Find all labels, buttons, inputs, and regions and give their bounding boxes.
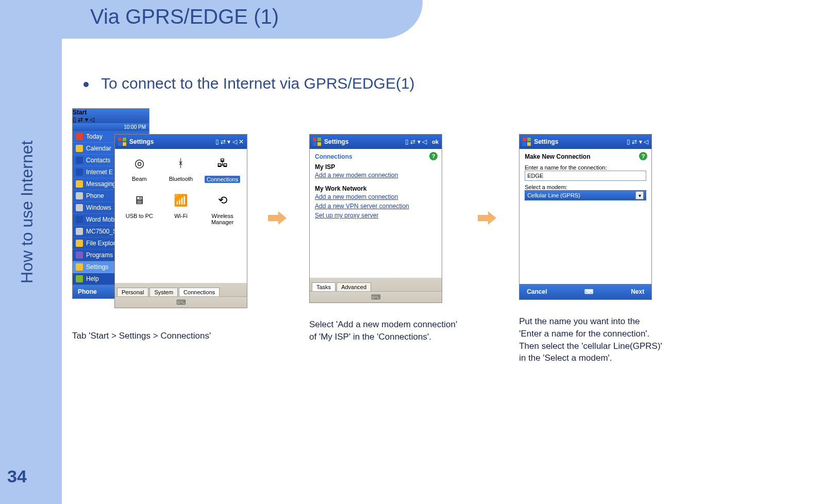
caption-3-line3: Then select the 'cellular Line(GPRS)' — [519, 340, 662, 352]
link-add-modem-isp[interactable]: Add a new modem connection — [315, 171, 437, 180]
app-icon: ◎ — [129, 153, 149, 174]
settings-icon-bluetooth[interactable]: ᚼBluetooth — [162, 153, 200, 183]
arrow-right-icon — [268, 211, 289, 225]
menu-item-icon — [76, 240, 83, 247]
side-title: How to use Internet — [18, 141, 37, 283]
app-label: USB to PC — [126, 213, 153, 219]
menu-item-label: Calendar — [86, 145, 111, 152]
app-label: Wi-Fi — [174, 213, 188, 219]
link-work[interactable]: Add a new VPN server connection — [315, 201, 437, 211]
settings-icon-wireless-manager[interactable]: ⟲Wireless Manager — [203, 190, 242, 225]
menu-item-label: Programs — [86, 251, 113, 259]
menu-item-label: Phone — [86, 192, 104, 199]
link-work[interactable]: Set up my proxy server — [315, 211, 437, 220]
group-my-isp: My ISP — [315, 163, 437, 171]
next-button[interactable]: Next — [631, 288, 644, 295]
status-icons: ▯ ⇄ ▾ ◁ — [73, 116, 149, 123]
bullet-text: To connect to the Internet via GPRS/EDGE… — [101, 75, 415, 92]
window-title: Settings — [129, 138, 154, 145]
menu-item-icon — [76, 216, 83, 223]
keyboard-icon[interactable]: ⌨ — [176, 298, 186, 306]
status-icons: ▯ ⇄ ▾ ◁ — [405, 138, 427, 145]
app-icon: ᚼ — [171, 153, 191, 174]
windows-flag-icon — [313, 138, 321, 146]
screenshot-start-settings: Start ▯ ⇄ ▾ ◁ 10:00 PM TodayCalendarCont… — [72, 108, 247, 314]
settings-icon-usb-to-pc[interactable]: 🖥USB to PC — [120, 190, 159, 225]
windows-flag-icon — [523, 138, 531, 146]
link-work[interactable]: Add a new modem connection — [315, 192, 437, 201]
menu-item-icon — [76, 228, 83, 235]
app-label: Beam — [132, 176, 147, 182]
modem-select-value: Cellular Line (GPRS) — [527, 192, 580, 198]
menu-item-icon — [76, 263, 83, 271]
menu-item-label: Word Mob — [86, 216, 114, 223]
windows-flag-icon — [118, 138, 126, 146]
menu-item-label: Internet E — [86, 169, 113, 176]
caption-2-line1: Select 'Add a new modem connection' — [309, 318, 457, 331]
menu-item-label: Windows — [86, 204, 111, 211]
page-number: 34 — [7, 466, 27, 486]
app-label: Bluetooth — [169, 176, 193, 182]
screenshot-connections: Settings ▯ ⇄ ▾ ◁ ok ? Connections My ISP… — [309, 134, 442, 303]
section-title: Make New Connection — [525, 153, 646, 160]
menu-item-icon — [76, 169, 83, 176]
label-select-modem: Select a modem: — [525, 184, 646, 190]
screenshot-new-connection: Settings ▯ ⇄ ▾ ◁ ? Make New Connection E… — [519, 134, 652, 300]
status-icons: ▯ ⇄ ▾ ◁ — [627, 138, 648, 145]
group-my-work: My Work Network — [315, 185, 437, 192]
ok-button[interactable]: ok — [432, 139, 439, 145]
tab-advanced[interactable]: Advanced — [337, 282, 371, 291]
tab-system[interactable]: System — [149, 288, 178, 296]
tab-personal[interactable]: Personal — [117, 288, 148, 296]
section-title: Connections — [315, 153, 437, 160]
caption-3-line2: 'Enter a name for the connection'. — [519, 328, 662, 340]
clock: 10:00 PM — [73, 123, 149, 131]
chevron-down-icon: ▾ — [635, 191, 644, 199]
window-title: Settings — [534, 138, 558, 145]
menu-item-icon — [76, 192, 83, 199]
page-title: Via GPRS/EDGE (1) — [90, 5, 279, 28]
menu-item-icon — [76, 180, 83, 188]
menu-item-label: MC7500_S — [86, 228, 117, 235]
tab-tasks[interactable]: Tasks — [312, 282, 335, 291]
bullet-dot — [83, 82, 89, 87]
caption-1: Tab 'Start > Settings > Connections' — [72, 330, 247, 342]
window-title: Settings — [324, 138, 348, 145]
start-title: Start — [73, 109, 87, 116]
keyboard-icon[interactable]: ⌨ — [371, 293, 381, 301]
menu-item-icon — [76, 133, 83, 140]
keyboard-icon[interactable]: ⌨ — [584, 288, 593, 295]
menu-item-icon — [76, 275, 83, 282]
app-label: Wireless Manager — [203, 213, 242, 225]
arrow-right-icon — [478, 211, 498, 225]
caption-3-line4: in the 'Select a modem'. — [519, 352, 662, 364]
modem-select[interactable]: Cellular Line (GPRS) ▾ — [525, 190, 646, 200]
menu-item-label: Help — [86, 275, 99, 282]
caption-3-line1: Put the name you want into the — [519, 315, 662, 328]
menu-item-icon — [76, 204, 83, 211]
caption-2-line2: of 'My ISP' in the 'Connections'. — [309, 331, 457, 343]
menu-item-label: Today — [86, 133, 103, 140]
menu-item-icon — [76, 145, 83, 152]
tab-connections[interactable]: Connections — [179, 288, 220, 296]
menu-item-label: Contacts — [86, 157, 110, 164]
app-icon: ⟲ — [212, 190, 233, 211]
app-label: Connections — [205, 176, 240, 183]
app-icon: 🖥 — [129, 190, 149, 211]
app-icon: 🖧 — [212, 153, 233, 174]
help-icon[interactable]: ? — [429, 152, 438, 160]
label-connection-name: Enter a name for the connection: — [525, 164, 646, 171]
menu-item-icon — [76, 157, 83, 164]
app-icon: 📶 — [171, 190, 191, 211]
menu-item-icon — [76, 251, 83, 259]
status-icons: ▯ ⇄ ▾ ◁ ✕ — [215, 138, 244, 145]
menu-item-label: Messaging — [86, 180, 116, 188]
connection-name-input[interactable] — [525, 171, 646, 181]
menu-item-label: File Explor — [86, 240, 115, 247]
settings-icon-connections[interactable]: 🖧Connections — [203, 153, 242, 183]
settings-icon-beam[interactable]: ◎Beam — [120, 153, 159, 183]
cancel-button[interactable]: Cancel — [527, 288, 547, 295]
settings-icon-wi-fi[interactable]: 📶Wi-Fi — [162, 190, 200, 225]
menu-item-label: Settings — [86, 263, 108, 271]
